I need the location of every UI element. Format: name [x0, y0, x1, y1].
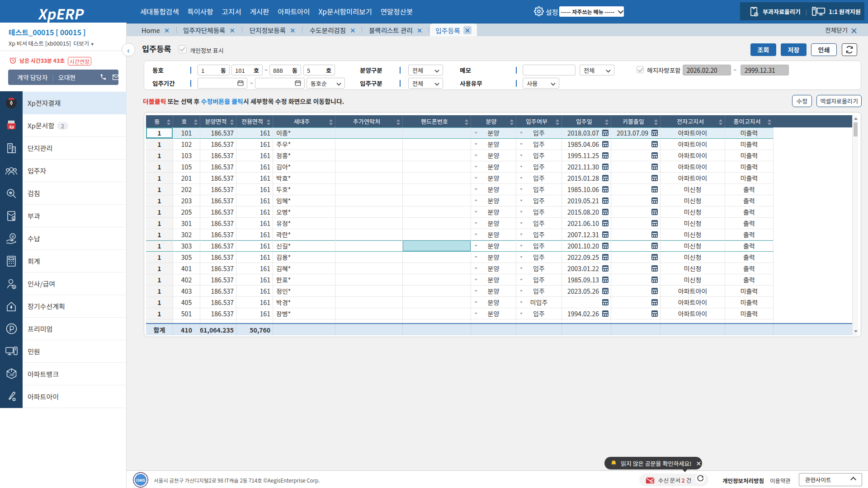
- svg-text:₩: ₩: [13, 284, 15, 289]
- svg-text:AB: AB: [9, 372, 14, 377]
- svg-text:₩: ₩: [11, 234, 14, 239]
- svg-text:Xp: Xp: [650, 479, 654, 483]
- svg-text:ISMS: ISMS: [136, 477, 145, 483]
- svg-text:Xp: Xp: [9, 123, 14, 129]
- svg-text:₩: ₩: [12, 216, 14, 220]
